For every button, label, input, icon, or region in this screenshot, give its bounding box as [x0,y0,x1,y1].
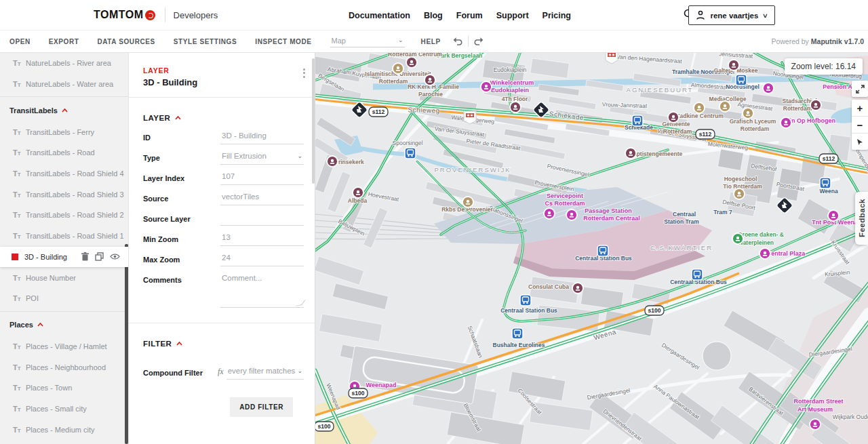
toolbar-style-settings[interactable]: STYLE SETTINGS [174,38,237,45]
layer-color-swatch [12,254,18,260]
reset-bearing-button[interactable] [852,134,868,150]
add-filter-button[interactable]: ADD FILTER [230,397,293,417]
map-label: Baptistengemeente [629,150,683,157]
nav-item-documentation[interactable]: Documentation [349,11,410,20]
zoom-in-button[interactable]: + [852,100,868,116]
layer-item[interactable]: TTNatureLabels - Water area [0,74,128,95]
green-poi-icon [732,233,743,244]
layer-item[interactable]: TTPlaces - Town [0,378,128,399]
map-label: Eudokiaplein [491,87,529,94]
bus-stop-icon [632,115,643,126]
duplicate-layer-icon[interactable] [95,252,104,261]
filter-section-toggle[interactable]: FILTER [143,340,304,348]
layer-item[interactable]: TTPlaces - Medium city [0,419,128,440]
field-type-select[interactable]: Fill Extrusion⌄ [220,150,304,165]
compound-filter-select[interactable]: every filter matches ⌄ [226,365,304,380]
maroon-poi-icon [425,75,435,85]
magenta-poi-icon [828,210,839,221]
bus-stop-icon [405,148,416,159]
map-viewport[interactable]: AGNIESEBUURTPROVENIERSWIJKC.S.KWARTIERSc… [315,53,868,444]
layer-item[interactable]: TTPlaces - Neighbourhood [0,357,128,378]
text-layer-icon: TT [13,294,26,302]
nav-item-blog[interactable]: Blog [424,11,443,20]
layer-item[interactable]: TTTransitLabels - Road Shield 4 [0,163,128,184]
delete-layer-icon[interactable] [81,252,89,261]
tomtom-logo[interactable]: TOMTOM Developers [94,7,218,22]
help-button[interactable]: HELP [421,38,441,45]
feedback-tab[interactable]: Feedback [855,192,868,245]
map-label: Eudokiaplein [494,66,527,73]
field-label-comments: Comments [143,273,220,308]
layer-item[interactable]: TTTransitLabels - Road Shield 3 [0,184,128,205]
layer-item[interactable]: TTPlaces - Small city [0,399,128,420]
view-mode-select[interactable]: Map ⌄ [330,35,405,47]
editor-toolbar: OPENEXPORTDATA SOURCESSTYLE SETTINGSINSP… [0,31,868,53]
view-mode-value: Map [332,37,346,45]
field-source-input[interactable]: vectorTiles [220,191,304,205]
tan-poi-icon [393,63,403,74]
divider [0,96,128,97]
map-label: Centraal Station Bus [500,307,557,314]
maroon-poi-icon [728,60,739,70]
nav-item-pricing[interactable]: Pricing [542,11,571,20]
map-label: Park Bergselaan [437,53,483,59]
text-layer-icon: TT [13,384,26,392]
map-label: Parochie [418,91,443,98]
map-label: Rotterdam [783,105,812,112]
layer-group-transitlabels[interactable]: TransitLabels [0,99,128,121]
road-shield: s112 [696,129,715,139]
chevron-up-icon [176,342,182,346]
panel-scrollbar[interactable] [312,58,315,184]
chevron-up-icon [175,116,181,120]
field-layer-index-input[interactable]: 107 [220,171,304,185]
toolbar-open[interactable]: OPEN [9,38,31,45]
layer-item[interactable]: TTTransitLabels - Ferry [0,121,128,142]
map-label: Consulat Cuba [528,283,569,290]
field-id-input[interactable]: 3D - Building [220,130,304,144]
kebab-menu-icon[interactable] [303,66,305,79]
magenta-poi-icon [781,117,791,128]
layer-item-selected[interactable]: 3D - Building [0,247,128,268]
layer-item[interactable]: TTTransitLabels - Road [0,142,128,163]
layer-item[interactable]: TTPlaces - Village / Hamlet [0,336,128,357]
layer-section-toggle[interactable]: LAYER [143,114,304,122]
user-menu-button[interactable]: rene vaartjes ∨ [688,5,775,25]
fullscreen-button[interactable] [852,81,868,97]
developers-label[interactable]: Developers [174,10,218,20]
field-source-layer-input[interactable] [220,211,304,226]
tan-poi-icon [743,108,753,119]
map-label: Tio Rotterdam [723,183,762,190]
chevron-up-icon [37,323,43,327]
layer-item[interactable]: TTNatureLabels - River area [0,53,128,74]
panel-title: 3D - Building [143,77,304,87]
layer-group-places[interactable]: Places [0,314,128,336]
text-layer-icon: TT [13,426,26,434]
divider [468,36,469,47]
field-max-zoom-input[interactable]: 24 [220,252,304,266]
layer-item[interactable]: TTPOI [0,288,128,309]
map-canvas[interactable]: AGNIESEBUURTPROVENIERSWIJKC.S.KWARTIERSc… [315,53,868,444]
field-label-source: Source [143,191,220,205]
maroon-poi-icon [327,156,338,167]
map-label: Spoorsingel [393,140,423,146]
zoom-out-button[interactable]: − [852,117,868,133]
toggle-visibility-icon[interactable] [110,253,120,260]
layer-item[interactable]: TTHouse Number [0,267,128,288]
layer-item[interactable]: TTTransitLabels - Road Shield 1 [0,226,128,247]
toolbar-data-sources[interactable]: DATA SOURCES [97,38,155,45]
text-layer-icon: TT [13,59,26,67]
nav-item-forum[interactable]: Forum [456,11,483,20]
text-layer-icon: TT [13,211,26,219]
field-comments-input[interactable]: Comment... [220,273,304,308]
field-min-zoom-input[interactable]: 13 [220,232,304,246]
layer-item[interactable]: TTTransitLabels - Road Shield 2 [0,205,128,226]
nav-item-support[interactable]: Support [496,11,529,20]
undo-icon[interactable] [453,37,464,46]
toolbar-inspect-mode[interactable]: INSPECT MODE [255,38,311,45]
redo-icon[interactable] [473,37,484,46]
site-header: TOMTOM Developers DocumentationBlogForum… [0,0,868,31]
field-label-id: ID [143,130,220,144]
bus-stop-icon [512,328,523,339]
sidebar-scrollbar[interactable] [125,244,128,444]
toolbar-export[interactable]: EXPORT [49,38,79,45]
